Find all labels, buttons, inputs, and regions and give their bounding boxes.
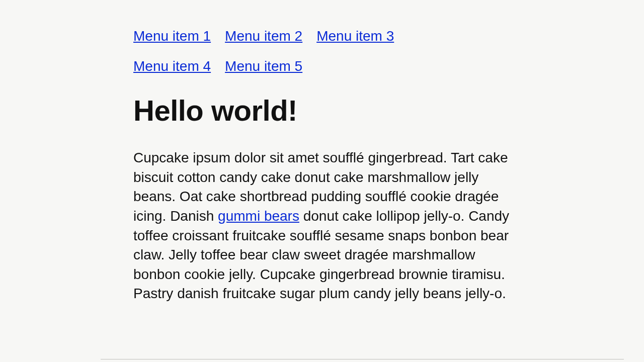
divider bbox=[101, 359, 624, 359]
nav-item-2[interactable]: Menu item 2 bbox=[225, 28, 302, 44]
nav-item-1[interactable]: Menu item 1 bbox=[133, 28, 211, 44]
nav-item-5[interactable]: Menu item 5 bbox=[225, 58, 302, 74]
main-nav: Menu item 1 Menu item 2 Menu item 3 Menu… bbox=[133, 28, 511, 74]
page-title: Hello world! bbox=[133, 94, 511, 127]
inline-link-gummi-bears[interactable]: gummi bears bbox=[218, 208, 299, 224]
nav-item-4[interactable]: Menu item 4 bbox=[133, 58, 211, 74]
body-paragraph: Cupcake ipsum dolor sit amet soufflé gin… bbox=[133, 148, 511, 304]
nav-item-3[interactable]: Menu item 3 bbox=[316, 28, 394, 44]
